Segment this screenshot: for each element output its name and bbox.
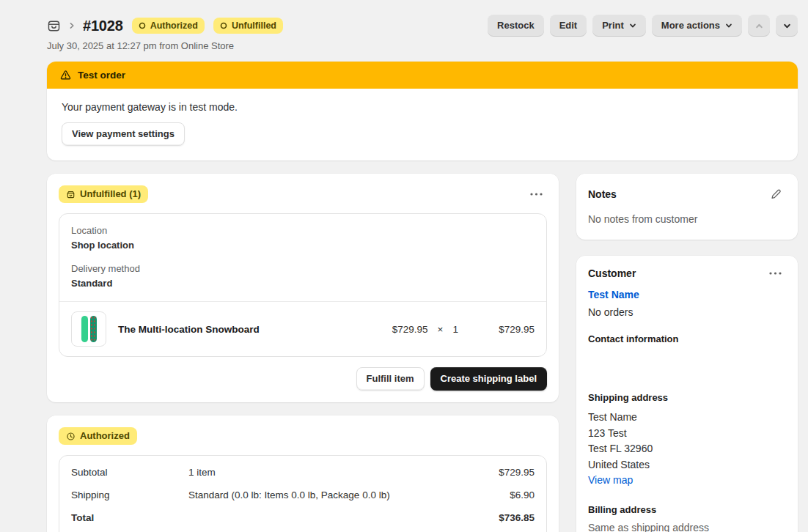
shipping-detail: Standard (0.0 lb: Items 0.0 lb, Package … <box>188 489 510 500</box>
status-badge-label: Unfulfilled <box>232 20 276 32</box>
orders-icon[interactable] <box>47 19 61 33</box>
create-shipping-label-button[interactable]: Create shipping label <box>430 367 547 391</box>
customer-orders-count: No orders <box>588 306 786 318</box>
fulfill-item-button[interactable]: Fulfill item <box>356 367 425 391</box>
customer-title: Customer <box>588 267 636 279</box>
status-badge-authorized: Authorized <box>132 18 205 34</box>
unit-price: $729.95 <box>392 324 428 335</box>
shipping-address-heading: Shipping address <box>588 392 786 403</box>
subtotal-row: Subtotal 1 item $729.95 <box>59 461 546 484</box>
address-line: Test FL 32960 <box>588 441 786 457</box>
more-actions-button[interactable]: More actions <box>652 15 742 37</box>
fulfillment-menu-button[interactable] <box>526 190 547 199</box>
fulfill-item-label: Fulfill item <box>367 373 414 385</box>
test-order-banner-body: Your payment gateway is in test mode. Vi… <box>47 89 798 160</box>
delivery-method-label: Delivery method <box>71 263 535 274</box>
package-icon <box>66 190 76 199</box>
shipping-address-block: Test Name 123 Test Test FL 32960 United … <box>588 410 786 489</box>
product-thumbnail <box>71 311 106 347</box>
banner-title: Test order <box>78 70 125 81</box>
total-amount: $736.85 <box>499 512 535 523</box>
subtotal-amount: $729.95 <box>499 467 535 478</box>
times-symbol: × <box>438 324 444 335</box>
edit-button[interactable]: Edit <box>550 15 587 37</box>
delivery-method-field: Delivery method Standard <box>71 263 535 289</box>
subtotal-label: Subtotal <box>71 467 188 478</box>
total-label: Total <box>71 512 188 523</box>
subtotal-detail: 1 item <box>188 467 499 478</box>
line-item-row: The Multi-location Snowboard $729.95 × 1… <box>59 302 546 356</box>
fulfillment-details-box: Location Shop location Delivery method S… <box>59 213 547 357</box>
next-order-button[interactable] <box>776 15 798 37</box>
warning-icon <box>60 70 71 81</box>
fulfillment-card: Unfulfilled (1) Location Shop location D… <box>47 174 559 402</box>
edit-notes-button[interactable] <box>765 185 786 203</box>
location-field: Location Shop location <box>71 225 535 251</box>
payment-card: Authorized Subtotal 1 item $729.95 Shipp… <box>47 415 559 532</box>
delivery-method-value: Standard <box>71 278 535 289</box>
contact-information-heading: Contact information <box>588 333 786 344</box>
status-badge-label: Authorized <box>150 20 198 32</box>
billing-address-text: Same as shipping address <box>588 522 786 532</box>
ring-icon <box>220 22 227 29</box>
print-button-label: Print <box>602 20 624 32</box>
test-order-banner-header: Test order <box>47 62 798 89</box>
notes-card-header: Notes <box>588 185 786 203</box>
unfulfilled-badge-label: Unfulfilled (1) <box>80 188 141 200</box>
main-column: Unfulfilled (1) Location Shop location D… <box>47 174 559 532</box>
banner-message: Your payment gateway is in test mode. <box>62 101 783 113</box>
view-payment-settings-button[interactable]: View payment settings <box>62 122 185 146</box>
product-name-link[interactable]: The Multi-location Snowboard <box>118 324 381 335</box>
customer-card-header: Customer <box>588 267 786 279</box>
address-line: United States <box>588 457 786 473</box>
payment-card-header: Authorized <box>59 427 547 445</box>
billing-address-heading: Billing address <box>588 504 786 515</box>
ring-icon <box>139 22 146 29</box>
breadcrumb-chevron-icon <box>68 22 76 29</box>
pencil-icon <box>770 188 782 200</box>
quantity: 1 <box>452 324 458 335</box>
order-header-left: #1028 Authorized Unfulfilled <box>47 18 283 34</box>
fulfillment-actions: Fulfill item Create shipping label <box>59 367 547 391</box>
content-columns: Unfulfilled (1) Location Shop location D… <box>47 174 798 532</box>
horizontal-dots-icon <box>530 193 543 196</box>
fulfillment-meta: Location Shop location Delivery method S… <box>59 214 546 302</box>
payment-totals-box: Subtotal 1 item $729.95 Shipping Standar… <box>59 455 547 532</box>
horizontal-dots-icon <box>769 272 782 275</box>
notes-empty-text: No notes from customer <box>588 213 786 225</box>
order-header: #1028 Authorized Unfulfilled Restock Edi… <box>47 15 798 37</box>
location-value: Shop location <box>71 240 535 251</box>
test-order-banner: Test order Your payment gateway is in te… <box>47 62 798 160</box>
print-button[interactable]: Print <box>592 15 646 37</box>
order-date-subtitle: July 30, 2025 at 12:27 pm from Online St… <box>47 40 798 51</box>
previous-order-button[interactable] <box>748 15 770 37</box>
edit-button-label: Edit <box>559 20 578 32</box>
address-line: 123 Test <box>588 426 786 442</box>
shipping-row: Shipping Standard (0.0 lb: Items 0.0 lb,… <box>59 484 546 506</box>
fulfillment-card-header: Unfulfilled (1) <box>59 185 547 203</box>
restock-button[interactable]: Restock <box>488 15 544 37</box>
status-badge-unfulfilled: Unfulfilled <box>213 18 283 34</box>
authorized-badge: Authorized <box>59 427 137 445</box>
chevron-down-icon <box>725 22 732 29</box>
authorized-badge-label: Authorized <box>80 430 130 442</box>
notes-title: Notes <box>588 188 617 200</box>
notes-card: Notes No notes from customer <box>576 174 798 240</box>
order-detail-page: #1028 Authorized Unfulfilled Restock Edi… <box>0 0 808 532</box>
customer-name-link[interactable]: Test Name <box>588 289 639 300</box>
customer-card: Customer Test Name No orders Contact inf… <box>576 256 798 532</box>
shipping-amount: $6.90 <box>510 489 535 500</box>
clock-icon <box>66 432 76 441</box>
unit-price-group: $729.95 × 1 <box>392 324 458 335</box>
more-actions-button-label: More actions <box>661 20 720 32</box>
address-line: Test Name <box>588 410 786 426</box>
side-column: Notes No notes from customer Customer Te… <box>576 174 798 532</box>
customer-menu-button[interactable] <box>765 269 786 278</box>
create-shipping-label-text: Create shipping label <box>441 373 537 385</box>
chevron-down-icon <box>629 22 636 29</box>
view-map-link[interactable]: View map <box>588 473 633 489</box>
contact-information-empty <box>588 344 786 377</box>
order-header-actions: Restock Edit Print More actions <box>488 15 798 37</box>
restock-button-label: Restock <box>497 20 535 32</box>
chevron-down-icon <box>783 22 791 30</box>
